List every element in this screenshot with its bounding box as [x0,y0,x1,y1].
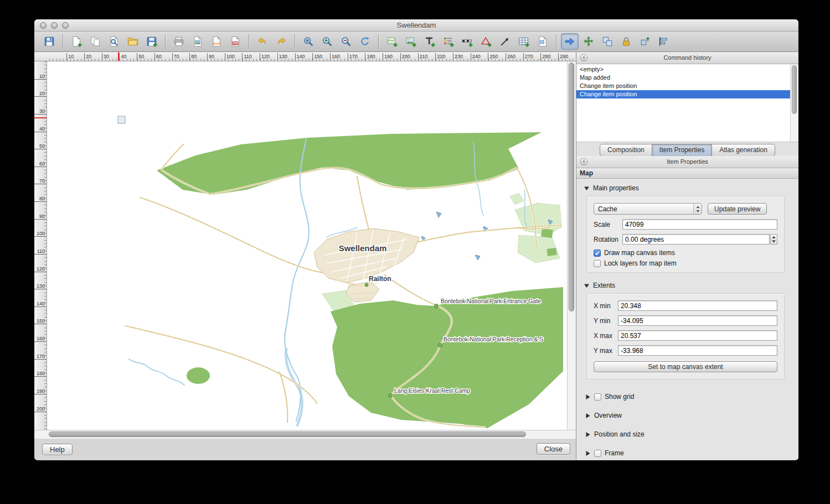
history-item[interactable]: <empty> [576,65,798,74]
x-max-input[interactable] [618,330,777,341]
expand-position-and-size-icon[interactable] [584,432,591,438]
set-extent-button[interactable]: Set to map canvas extent [594,361,777,372]
scale-label: Scale [594,221,622,228]
history-item[interactable]: Map added [576,74,798,82]
command-history-scrollbar[interactable] [790,64,798,142]
save-template-button[interactable] [143,33,161,50]
poi-label-camp: Lang Elsies Kraal Rest Camp [394,387,470,394]
ruler-mark: 80 [34,195,47,202]
toolbar-separator [249,34,249,49]
align-items-button[interactable] [655,33,673,50]
expand-frame-icon[interactable] [584,450,591,456]
window-close-button[interactable] [40,22,47,29]
command-history-scrollbar-thumb[interactable] [792,65,797,114]
horizontal-scrollbar[interactable] [34,430,576,439]
zoom-full-button[interactable] [300,33,317,50]
export-svg-button[interactable]: SVG [208,33,225,50]
add-legend-button[interactable] [440,33,457,50]
history-item[interactable]: Change item position [576,90,798,98]
map-item[interactable]: Swellendam Railton Bontebok National Par… [47,61,567,430]
tab-atlas-generation[interactable]: Atlas generation [712,144,775,157]
rotation-label: Rotation [594,236,622,243]
expand-overview-icon[interactable] [584,413,591,419]
add-scalebar-button[interactable] [458,33,476,50]
duplicate-composer-button[interactable] [86,33,104,50]
tab-composition[interactable]: Composition [600,144,652,157]
print-button[interactable] [170,33,188,50]
cache-mode-value: Cache [594,205,693,213]
export-pdf-button[interactable]: PDF [226,33,244,50]
add-arrow-button[interactable] [496,33,514,50]
tab-item-properties[interactable]: Item Properties [652,144,712,157]
traffic-lights [40,22,69,29]
show-grid-checkbox[interactable] [594,393,601,401]
map-green-areas [157,132,563,428]
move-item-content-button[interactable] [580,33,597,50]
history-item[interactable]: Change item position [576,82,798,90]
add-image-button[interactable] [402,33,420,50]
composer-area: 1020304050607080901001101201301401501601… [34,52,576,460]
undo-button[interactable] [254,33,271,50]
toolbar-separator [165,34,166,49]
duplicate-composer-icon [89,35,101,48]
add-map-button[interactable] [383,33,401,50]
y-max-input[interactable] [618,345,777,356]
collapse-extents-icon[interactable] [583,283,590,288]
ruler-mark: 160 [34,335,47,342]
collapse-main-properties-icon[interactable] [583,186,590,191]
help-button[interactable]: Help [42,444,73,455]
save-button[interactable] [40,33,58,50]
vertical-scrollbar[interactable] [567,61,576,430]
vertical-ruler: 1020304050607080901001101201301401501601… [34,61,47,430]
ruler-mark: 180 [365,53,375,60]
ruler-mark: 200 [34,406,47,412]
horizontal-scrollbar-thumb[interactable] [49,432,526,437]
rotation-spinner[interactable] [770,234,777,245]
lock-layers-for-map-item-checkbox[interactable] [594,260,601,267]
vertical-scrollbar-thumb[interactable] [569,63,574,311]
ruler-mark: 50 [137,53,144,60]
export-image-button[interactable] [189,33,207,50]
select-move-item-button[interactable] [561,33,579,50]
draw-map-canvas-items-checkbox[interactable] [594,250,601,257]
redo-button[interactable] [272,33,290,50]
item-properties-title: Item Properties [667,158,708,165]
ruler-mark: 180 [34,370,47,377]
cache-mode-select[interactable]: Cache [594,203,702,215]
scale-input[interactable] [622,219,777,230]
x-min-input[interactable] [618,300,777,311]
add-map-icon [386,35,398,48]
zoom-in-button[interactable] [318,33,336,50]
lock-items-button[interactable] [617,33,635,50]
y-min-input[interactable] [618,315,777,326]
group-items-button[interactable] [599,33,616,50]
titlebar[interactable]: Swellendam [34,19,798,32]
new-composer-button[interactable] [68,33,85,50]
print-icon [173,35,185,48]
window-title: Swellendam [34,19,798,31]
window-zoom-button[interactable] [62,22,69,29]
expand-show-grid-icon[interactable] [584,394,591,400]
add-shape-button[interactable] [477,33,495,50]
zoom-out-button[interactable] [337,33,355,50]
refresh-view-button[interactable] [356,33,374,50]
town-label: Swellendam [339,243,387,253]
raise-items-button[interactable] [636,33,654,50]
add-label-button[interactable] [421,33,439,50]
add-table-button[interactable] [515,33,533,50]
composer-manager-button[interactable] [105,33,123,50]
close-panel-icon[interactable]: × [580,158,587,165]
selected-composer-item[interactable] [118,116,125,123]
composer-canvas[interactable]: Swellendam Railton Bontebok National Par… [47,61,567,430]
frame-checkbox[interactable] [594,450,601,457]
load-template-button[interactable] [124,33,142,50]
window-minimize-button[interactable] [51,22,58,29]
export-pdf-icon: PDF [229,35,241,48]
close-panel-icon[interactable]: × [580,54,587,61]
update-preview-button[interactable]: Update preview [708,203,767,215]
poi-label-entrance: Bontebok National Park Entrance Gate [441,298,541,304]
rotation-input[interactable] [622,234,770,245]
toolbar-separator [295,34,295,49]
add-html-button[interactable] [534,33,551,50]
close-button[interactable]: Close [537,443,570,455]
